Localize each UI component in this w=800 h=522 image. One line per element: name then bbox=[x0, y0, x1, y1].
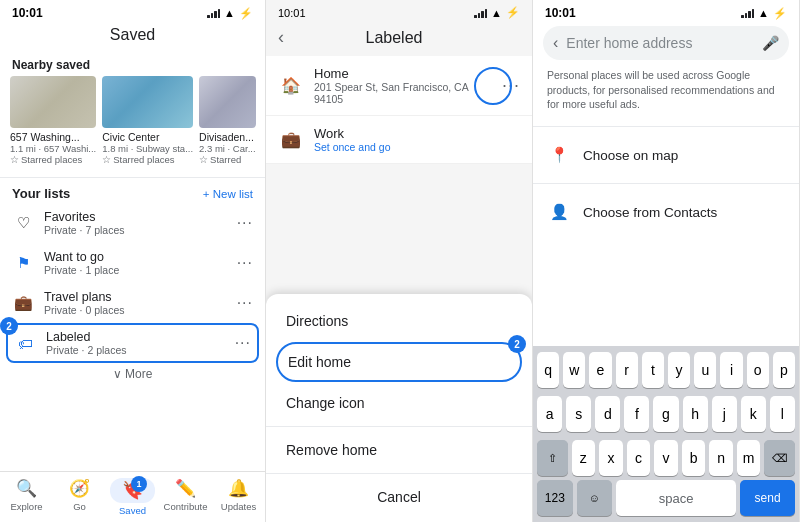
key-s[interactable]: s bbox=[566, 396, 591, 432]
bottom-nav: 🔍 Explore 🧭 Go 🔖 Saved 1 ✏️ Contribute 🔔… bbox=[0, 471, 265, 522]
labeled-header: ‹ Labeled bbox=[266, 21, 532, 56]
nav-contribute[interactable]: ✏️ Contribute bbox=[159, 476, 212, 516]
favorites-more[interactable]: ··· bbox=[237, 214, 253, 232]
time-1: 10:01 bbox=[12, 6, 43, 20]
nav-explore[interactable]: 🔍 Explore bbox=[0, 476, 53, 516]
emoji-key[interactable]: ☺ bbox=[577, 480, 613, 516]
more-button[interactable]: ∨ More bbox=[0, 363, 265, 385]
sheet-remove-home[interactable]: Remove home bbox=[266, 429, 532, 471]
key-u[interactable]: u bbox=[694, 352, 716, 388]
nearby-item-0[interactable]: 657 Washing... 1.1 mi · 657 Washi... ☆St… bbox=[10, 76, 96, 165]
key-w[interactable]: w bbox=[563, 352, 585, 388]
key-f[interactable]: f bbox=[624, 396, 649, 432]
nearby-sub-1: 1.8 mi · Subway sta... bbox=[102, 143, 193, 154]
signal-icon-3 bbox=[741, 8, 754, 18]
labeled-info: Labeled Private · 2 places bbox=[46, 330, 225, 356]
star-icon-2: ☆ bbox=[199, 154, 208, 165]
key-v[interactable]: v bbox=[654, 440, 678, 476]
address-input[interactable]: Enter home address bbox=[566, 35, 754, 51]
key-l[interactable]: l bbox=[770, 396, 795, 432]
key-c[interactable]: c bbox=[627, 440, 651, 476]
edit-home-label: Edit home bbox=[288, 354, 351, 370]
key-q[interactable]: q bbox=[537, 352, 559, 388]
battery-icon-3: ⚡ bbox=[773, 7, 787, 20]
sheet-directions[interactable]: Directions bbox=[266, 300, 532, 342]
key-b[interactable]: b bbox=[682, 440, 706, 476]
key-y[interactable]: y bbox=[668, 352, 690, 388]
travel-info: Travel plans Private · 0 places bbox=[44, 290, 227, 316]
key-e[interactable]: e bbox=[589, 352, 611, 388]
wantogo-info: Want to go Private · 1 place bbox=[44, 250, 227, 276]
nav-updates[interactable]: 🔔 Updates bbox=[212, 476, 265, 516]
key-t[interactable]: t bbox=[642, 352, 664, 388]
keyboard-bottom-row: 123 ☺ space send bbox=[533, 478, 799, 522]
explore-label: Explore bbox=[10, 501, 42, 512]
search-back-button[interactable]: ‹ bbox=[553, 34, 558, 52]
key-z[interactable]: z bbox=[572, 440, 596, 476]
key-o[interactable]: o bbox=[747, 352, 769, 388]
backspace-key[interactable]: ⌫ bbox=[764, 440, 795, 476]
contribute-icon: ✏️ bbox=[175, 478, 196, 499]
shift-key[interactable]: ⇧ bbox=[537, 440, 568, 476]
panel-saved: 10:01 ▲ ⚡ Saved Nearby saved 657 Washing… bbox=[0, 0, 266, 522]
key-n[interactable]: n bbox=[709, 440, 733, 476]
star-icon-1: ☆ bbox=[102, 154, 111, 165]
key-i[interactable]: i bbox=[720, 352, 742, 388]
key-a[interactable]: a bbox=[537, 396, 562, 432]
nearby-thumb-0 bbox=[10, 76, 96, 128]
home-icon: 🏠 bbox=[278, 73, 304, 99]
work-place-row[interactable]: 💼 Work Set once and go bbox=[266, 116, 532, 164]
work-icon: 💼 bbox=[278, 127, 304, 153]
map-pin-icon: 📍 bbox=[547, 143, 571, 167]
sheet-change-icon[interactable]: Change icon bbox=[266, 382, 532, 424]
send-key[interactable]: send bbox=[740, 480, 795, 516]
address-search-bar[interactable]: ‹ Enter home address 🎤 bbox=[543, 26, 789, 60]
home-place-row[interactable]: 🏠 Home 201 Spear St, San Francisco, CA 9… bbox=[266, 56, 532, 116]
new-list-button[interactable]: + New list bbox=[203, 188, 253, 200]
favorites-name: Favorites bbox=[44, 210, 227, 224]
wifi-icon-3: ▲ bbox=[758, 7, 769, 19]
nearby-grid: 657 Washing... 1.1 mi · 657 Washi... ☆St… bbox=[0, 76, 265, 173]
choose-on-map-option[interactable]: 📍 Choose on map bbox=[533, 131, 799, 179]
key-k[interactable]: k bbox=[741, 396, 766, 432]
num-key[interactable]: 123 bbox=[537, 480, 573, 516]
key-d[interactable]: d bbox=[595, 396, 620, 432]
list-item-wantogo[interactable]: ⚑ Want to go Private · 1 place ··· bbox=[0, 243, 265, 283]
list-item-labeled[interactable]: 2 🏷 Labeled Private · 2 places ··· bbox=[6, 323, 259, 363]
home-more-button[interactable]: ··· bbox=[502, 75, 520, 96]
nav-go[interactable]: 🧭 Go bbox=[53, 476, 106, 516]
battery-icon: ⚡ bbox=[239, 7, 253, 20]
space-key[interactable]: space bbox=[616, 480, 736, 516]
wantogo-sub: Private · 1 place bbox=[44, 264, 227, 276]
sheet-edit-home[interactable]: Edit home 2 bbox=[276, 342, 522, 382]
key-p[interactable]: p bbox=[773, 352, 795, 388]
nearby-item-1[interactable]: Civic Center 1.8 mi · Subway sta... ☆Sta… bbox=[102, 76, 193, 165]
key-r[interactable]: r bbox=[616, 352, 638, 388]
nav-saved[interactable]: 🔖 Saved 1 bbox=[106, 476, 159, 516]
contacts-icon: 👤 bbox=[547, 200, 571, 224]
wifi-icon-2: ▲ bbox=[491, 7, 502, 19]
wantogo-more[interactable]: ··· bbox=[237, 254, 253, 272]
keyboard-row-3: ⇧ z x c v b n m ⌫ bbox=[533, 434, 799, 478]
choose-on-map-label: Choose on map bbox=[583, 148, 678, 163]
choose-from-contacts-option[interactable]: 👤 Choose from Contacts bbox=[533, 188, 799, 236]
key-h[interactable]: h bbox=[683, 396, 708, 432]
travel-more[interactable]: ··· bbox=[237, 294, 253, 312]
nearby-item-2[interactable]: Divisaden... 2.3 mi · Car... ☆Starred bbox=[199, 76, 256, 165]
key-g[interactable]: g bbox=[653, 396, 678, 432]
sheet-cancel[interactable]: Cancel bbox=[266, 476, 532, 518]
signal-icon-2 bbox=[474, 8, 487, 18]
nearby-name-0: 657 Washing... bbox=[10, 131, 96, 143]
key-j[interactable]: j bbox=[712, 396, 737, 432]
labeled-more[interactable]: ··· bbox=[235, 334, 251, 352]
choose-from-contacts-label: Choose from Contacts bbox=[583, 205, 717, 220]
nearby-label: Nearby saved bbox=[0, 52, 265, 76]
list-item-travel[interactable]: 💼 Travel plans Private · 0 places ··· bbox=[0, 283, 265, 323]
list-item-favorites[interactable]: ♡ Favorites Private · 7 places ··· bbox=[0, 203, 265, 243]
microphone-icon[interactable]: 🎤 bbox=[762, 35, 779, 51]
home-more-dots: ··· bbox=[502, 75, 520, 95]
status-bar-2: 10:01 ▲ ⚡ bbox=[266, 0, 532, 21]
back-button-2[interactable]: ‹ bbox=[278, 27, 284, 48]
key-m[interactable]: m bbox=[737, 440, 761, 476]
key-x[interactable]: x bbox=[599, 440, 623, 476]
